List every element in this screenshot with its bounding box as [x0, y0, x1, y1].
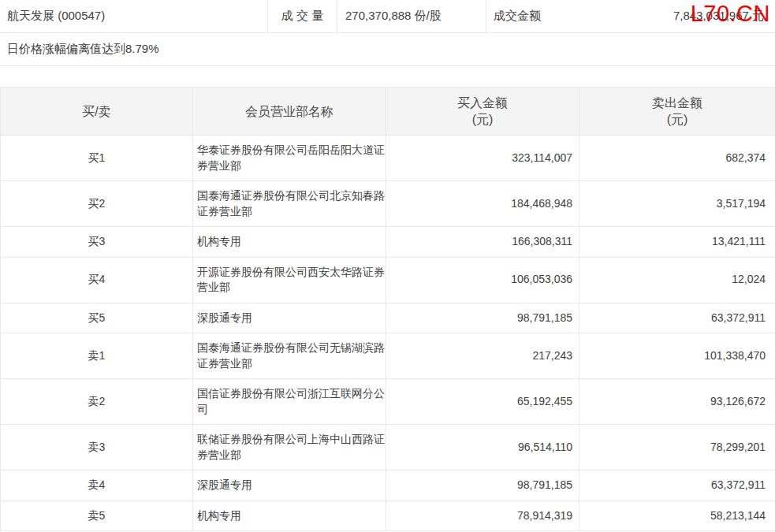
cell-buy-amount: 323,114,007	[386, 136, 579, 181]
volume-label: 成 交 量	[268, 0, 337, 32]
col-header-branch: 会员营业部名称	[193, 87, 386, 136]
table-row: 买3 机构专用 166,308,311 13,421,111	[1, 227, 775, 258]
cell-branch: 机构专用	[193, 500, 386, 531]
cell-sell-amount: 63,372,911	[579, 471, 775, 501]
stock-title: 航天发展 (000547)	[0, 0, 268, 32]
table-row: 买2 国泰海通证券股份有限公司北京知春路证券营业部 184,468,948 3,…	[1, 181, 775, 227]
col-header-sell-unit: (元)	[579, 111, 775, 128]
cell-sell-amount: 58,213,144	[579, 500, 775, 531]
cell-branch: 国泰海通证券股份有限公司北京知春路证券营业部	[193, 181, 386, 227]
table-row: 买4 开源证券股份有限公司西安太华路证券营业部 106,053,036 12,0…	[1, 257, 775, 303]
col-header-sell: 卖出金额 (元)	[579, 87, 775, 136]
table-row: 卖3 联储证券股份有限公司上海中山西路证券营业部 96,514,110 78,2…	[1, 425, 775, 471]
col-header-side-label: 买/卖	[82, 105, 110, 118]
table-row: 卖2 国信证券股份有限公司浙江互联网分公司 65,192,455 93,126,…	[1, 379, 775, 425]
cell-branch: 华泰证券股份有限公司岳阳岳阳大道证券营业部	[193, 136, 386, 181]
cell-branch: 深股通专用	[193, 471, 386, 501]
col-header-branch-label: 会员营业部名称	[245, 105, 333, 118]
cell-buy-amount: 166,308,311	[386, 227, 579, 258]
cell-side: 卖3	[1, 425, 193, 471]
table-row: 买5 深股通专用 98,791,185 63,372,911	[1, 303, 775, 333]
cell-buy-amount: 98,791,185	[386, 303, 579, 333]
volume-value: 270,370,888 份/股	[337, 0, 486, 32]
cell-buy-amount: 65,192,455	[386, 379, 579, 425]
cell-side: 卖1	[1, 333, 193, 379]
cell-branch: 联储证券股份有限公司上海中山西路证券营业部	[193, 425, 386, 471]
table-row: 卖5 机构专用 78,914,319 58,213,144	[1, 500, 775, 531]
cell-buy-amount: 217,243	[386, 333, 579, 379]
cell-side: 买1	[1, 136, 193, 181]
table-body: 买1 华泰证券股份有限公司岳阳岳阳大道证券营业部 323,114,007 682…	[1, 136, 775, 531]
cell-side: 买5	[1, 303, 193, 333]
cell-side: 卖5	[1, 500, 193, 531]
cell-buy-amount: 106,053,036	[386, 257, 579, 303]
broker-table: 买/卖 会员营业部名称 买入金额 (元) 卖出金额 (元) 买1 华泰证券股份有…	[0, 87, 775, 531]
cell-sell-amount: 93,126,672	[579, 379, 775, 425]
table-header: 买/卖 会员营业部名称 买入金额 (元) 卖出金额 (元)	[1, 87, 775, 136]
cell-sell-amount: 63,372,911	[579, 303, 775, 333]
cell-side: 卖4	[1, 471, 193, 501]
cell-side: 买2	[1, 181, 193, 227]
broker-table-wrap: 买/卖 会员营业部名称 买入金额 (元) 卖出金额 (元) 买1 华泰证券股份有…	[0, 87, 775, 531]
cell-buy-amount: 78,914,319	[386, 500, 579, 531]
turnover-label: 成交金额	[486, 0, 541, 32]
cell-branch: 机构专用	[193, 227, 386, 258]
table-header-row: 买/卖 会员营业部名称 买入金额 (元) 卖出金额 (元)	[1, 87, 775, 136]
cell-buy-amount: 184,468,948	[386, 181, 579, 227]
cell-side: 买4	[1, 257, 193, 303]
cell-buy-amount: 96,514,110	[386, 425, 579, 471]
cell-branch: 国信证券股份有限公司浙江互联网分公司	[193, 379, 386, 425]
table-row: 买1 华泰证券股份有限公司岳阳岳阳大道证券营业部 323,114,007 682…	[1, 136, 775, 181]
cell-sell-amount: 682,374	[579, 136, 775, 181]
cell-sell-amount: 12,024	[579, 257, 775, 303]
summary-bar: 航天发展 (000547) 成 交 量 270,370,888 份/股 成交金额…	[0, 0, 775, 33]
col-header-sell-label: 卖出金额	[579, 95, 775, 111]
col-header-buy: 买入金额 (元)	[386, 87, 579, 136]
cell-branch: 开源证券股份有限公司西安太华路证券营业部	[193, 257, 386, 303]
notice-text: 日价格涨幅偏离值达到8.79%	[7, 42, 159, 57]
price-deviation-notice: 日价格涨幅偏离值达到8.79%	[0, 33, 775, 66]
cell-side: 卖2	[1, 379, 193, 425]
cell-side: 买3	[1, 227, 193, 258]
col-header-buy-unit: (元)	[386, 111, 579, 128]
cell-branch: 深股通专用	[193, 303, 386, 333]
table-row: 卖4 深股通专用 98,791,185 63,372,911	[1, 471, 775, 501]
cell-sell-amount: 3,517,194	[579, 181, 775, 227]
col-header-side: 买/卖	[1, 87, 193, 136]
cell-sell-amount: 13,421,111	[579, 227, 775, 258]
cell-sell-amount: 78,299,201	[579, 425, 775, 471]
table-row: 卖1 国泰海通证券股份有限公司无锡湖滨路证券营业部 217,243 101,33…	[1, 333, 775, 379]
cell-sell-amount: 101,338,470	[579, 333, 775, 379]
turnover-value: 7,843,031,967 元	[673, 0, 775, 32]
cell-branch: 国泰海通证券股份有限公司无锡湖滨路证券营业部	[193, 333, 386, 379]
col-header-buy-label: 买入金额	[386, 95, 579, 111]
cell-buy-amount: 98,791,185	[386, 471, 579, 501]
